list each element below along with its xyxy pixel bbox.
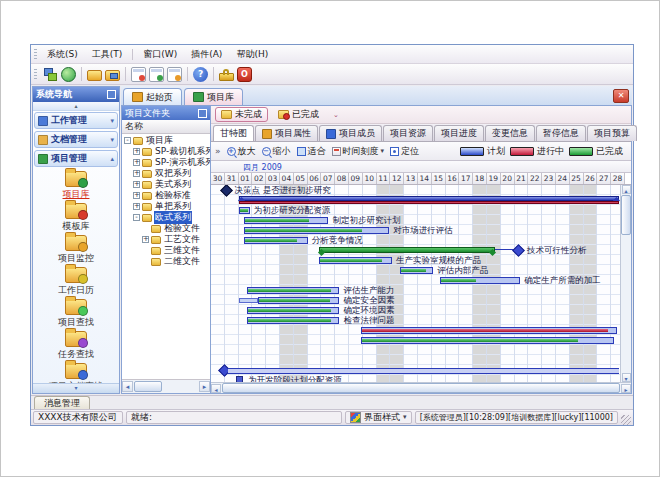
help-icon[interactable] [193,67,208,82]
task-bar[interactable] [319,257,392,264]
task-bar[interactable] [244,227,389,234]
tab-message-management[interactable]: 消息管理 [34,396,90,409]
sidebar-item-项目库[interactable]: 项目库 [63,171,90,203]
plan-bar[interactable] [239,298,258,303]
collapse-icon[interactable]: - [124,137,131,144]
ui-style-dropdown[interactable]: 界面样式 ▾ [345,411,412,424]
expand-icon[interactable]: + [133,192,140,199]
collapse-icon[interactable]: - [133,214,140,221]
task-bar[interactable] [239,207,250,214]
menu-item-帮助(H)[interactable]: 帮助(H) [229,47,275,62]
gantt-tab-项目预算[interactable]: 项目预算 [587,125,637,141]
scroll-right-icon[interactable]: ▸ [199,381,210,392]
task-bar[interactable] [247,287,339,294]
expand-icon[interactable]: + [133,159,140,166]
sidebar-item-模板库[interactable]: 模板库 [63,203,90,235]
tab-项目库[interactable]: 项目库 [184,88,243,105]
globe-icon[interactable] [61,67,76,82]
tool-时间刻度[interactable]: 时间刻度▾ [332,145,385,158]
gantt-tab-项目属性[interactable]: 项目属性 [255,125,318,141]
milestone-icon[interactable] [512,244,525,257]
gantt-tab-变更信息[interactable]: 变更信息 [485,125,535,141]
sidebar-item-项目查找[interactable]: 项目查找 [58,299,94,331]
scroll-left-icon[interactable]: ◂ [122,381,133,392]
sidebar-item-任务查找[interactable]: 任务查找 [58,331,94,363]
gantt-chart[interactable]: 决策点 是否进行初步研究为初步研究分配资源制定初步研究计划对市场进行评估分析竞争… [211,185,620,382]
resize-grip[interactable] [621,415,631,425]
lock-icon[interactable] [219,73,234,81]
milestone-icon[interactable] [220,185,233,197]
form-close-icon[interactable] [167,67,182,82]
tool-放大[interactable]: 放大 [227,145,256,158]
scroll-up-icon[interactable]: ▴ [622,185,631,194]
overflow-icon[interactable]: » [215,146,221,156]
scroll-thumb[interactable] [621,195,631,235]
tool-label: 时间刻度 [343,145,379,158]
task-bar[interactable] [244,217,328,224]
sidebar-item-项目监控[interactable]: 项目监控 [58,235,94,267]
task-bar[interactable] [258,297,339,304]
menu-item-窗口(W)[interactable]: 窗口(W) [136,47,184,62]
gantt-tab-项目成员[interactable]: 项目成员 [319,125,382,141]
task-bar[interactable] [400,267,433,274]
task-bar[interactable] [247,307,339,314]
menu-item-工具(T)[interactable]: 工具(T) [85,47,130,62]
expand-icon[interactable]: + [142,236,149,243]
task-bar-icon[interactable] [236,376,243,382]
scroll-right-icon[interactable]: ▸ [621,384,631,393]
task-bar[interactable] [247,317,339,324]
expand-icon[interactable]: + [133,181,140,188]
inprogress-bar[interactable] [239,201,620,204]
menu-item-插件(A)[interactable]: 插件(A) [184,47,229,62]
inprogress-task-bar[interactable] [361,327,616,334]
task-bar[interactable] [361,337,614,344]
folder-view-icon[interactable] [105,70,120,81]
filter-未完成[interactable]: 未完成 [215,107,268,122]
completed-summary-bar[interactable] [319,247,496,253]
gantt-tab-项目进度[interactable]: 项目进度 [434,125,484,141]
gantt-tab-暂停信息[interactable]: 暂停信息 [536,125,586,141]
scroll-down-icon[interactable]: ▾ [622,373,631,382]
tree-horizontal-scrollbar[interactable]: ◂ ▸ [122,379,210,393]
exit-icon[interactable] [237,67,252,82]
filter-已完成[interactable]: 已完成 [272,107,325,122]
scroll-left-icon[interactable]: ◂ [211,384,221,393]
close-tab-button[interactable] [613,89,629,103]
gantt-tab-甘特图[interactable]: 甘特图 [213,125,254,141]
gantt-horizontal-scrollbar[interactable]: ◂ ▸ [211,382,631,393]
task-label: 技术可行性分析 [527,245,587,255]
task-bar[interactable] [440,277,520,284]
sidebar-section-文档管理[interactable]: 文档管理▾ [34,131,118,148]
tab-起始页[interactable]: 起始页 [123,88,182,105]
sidebar-expand-handle[interactable]: ▾ [33,383,119,393]
summary-line[interactable] [228,368,620,374]
network-icon[interactable] [43,67,58,82]
sidebar-item-项目文档查找[interactable]: 项目文档查找 [49,363,103,383]
pin-icon[interactable] [107,90,116,99]
tree-column-header[interactable]: 名称 [122,120,210,134]
open-folder-icon[interactable] [87,70,102,81]
expand-icon[interactable]: + [133,203,140,210]
progress-fill [441,279,476,282]
sidebar-item-工作日历[interactable]: 工作日历 [58,267,94,299]
tool-适合[interactable]: 适合 [297,145,326,158]
vertical-scrollbar[interactable]: ▴ ▾ [620,185,631,382]
sidebar-collapse-handle[interactable]: ▴ [33,102,119,111]
form-new-icon[interactable] [131,67,146,82]
form-edit-icon[interactable] [149,67,164,82]
sidebar-section-项目管理[interactable]: 项目管理▴ [34,150,118,167]
gantt-tab-项目资源[interactable]: 项目资源 [383,125,433,141]
tree-node-二维文件[interactable]: 二维文件 [122,256,210,267]
pin-icon[interactable] [198,109,207,118]
task-bar[interactable] [244,237,307,244]
sidebar-section-工作管理[interactable]: 工作管理▾ [34,112,118,129]
expand-icon[interactable]: + [133,170,140,177]
scroll-thumb[interactable] [222,383,620,393]
expand-icon[interactable]: + [133,148,140,155]
scroll-thumb[interactable] [134,381,162,392]
gantt-tab-label: 暂停信息 [543,127,579,140]
tool-缩小[interactable]: 缩小 [262,145,291,158]
more-options-icon[interactable]: ⌄ [329,111,343,119]
menu-item-系统(S)[interactable]: 系统(S) [40,47,85,62]
tool-定位[interactable]: 定位 [390,145,419,158]
